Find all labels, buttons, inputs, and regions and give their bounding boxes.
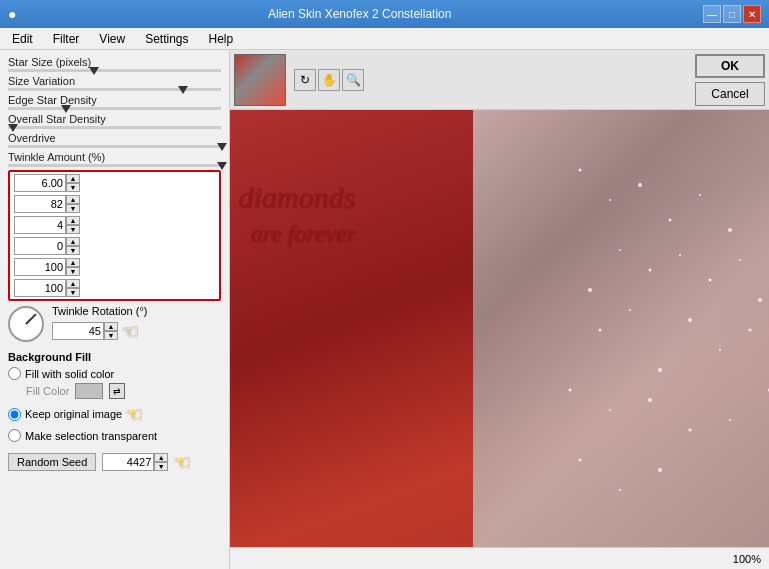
forever-text: are forever: [250, 220, 356, 247]
menu-edit[interactable]: Edit: [4, 30, 41, 48]
edge-star-density-field[interactable]: [14, 216, 66, 234]
overall-star-density-field[interactable]: [14, 237, 66, 255]
menu-filter[interactable]: Filter: [45, 30, 88, 48]
random-seed-field[interactable]: [102, 453, 154, 471]
make-transparent-row: Make selection transparent: [8, 429, 221, 442]
overall-star-density-down[interactable]: ▼: [66, 246, 80, 255]
twinkle-amount-field[interactable]: [14, 279, 66, 297]
size-variation-label: Size Variation: [8, 75, 221, 87]
dial-line: [25, 313, 36, 324]
thumbnail-image: [235, 55, 285, 105]
edge-star-density-down[interactable]: ▼: [66, 225, 80, 234]
twinkle-amount-down[interactable]: ▼: [66, 288, 80, 297]
fill-color-swatch[interactable]: [75, 383, 103, 399]
star-size-input-row: ▲ ▼: [14, 174, 215, 192]
inputs-group: ▲ ▼ ▲ ▼: [8, 170, 221, 301]
overdrive-field[interactable]: [14, 258, 66, 276]
keep-original-radio[interactable]: [8, 408, 21, 421]
params-section: Star Size (pixels) Size Variation Edge S…: [8, 56, 221, 301]
zoom-tool-icon[interactable]: 🔍: [342, 69, 364, 91]
twinkle-amount-slider[interactable]: [8, 164, 221, 167]
right-panel: ↻ ✋ 🔍 OK Cancel: [230, 50, 769, 569]
star-size-up[interactable]: ▲: [66, 174, 80, 183]
preview-area[interactable]: diamonds are forever: [230, 110, 769, 547]
refresh-tool-icon[interactable]: ↻: [294, 69, 316, 91]
size-variation-field[interactable]: [14, 195, 66, 213]
star-size-label: Star Size (pixels): [8, 56, 221, 68]
twinkle-amount-up[interactable]: ▲: [66, 279, 80, 288]
random-seed-arrow-icon: ☞: [174, 450, 192, 474]
color-swap-button[interactable]: ⇄: [109, 383, 125, 399]
overdrive-spinbox[interactable]: ▲ ▼: [14, 258, 80, 276]
app-icon: ●: [8, 6, 16, 22]
menu-settings[interactable]: Settings: [137, 30, 196, 48]
size-variation-row: Size Variation: [8, 75, 221, 91]
twinkle-amount-label: Twinkle Amount (%): [8, 151, 221, 163]
twinkle-amount-spinbox[interactable]: ▲ ▼: [14, 279, 80, 297]
overdrive-label: Overdrive: [8, 132, 221, 144]
fill-solid-label[interactable]: Fill with solid color: [25, 368, 114, 380]
menu-view[interactable]: View: [91, 30, 133, 48]
star-size-down[interactable]: ▼: [66, 183, 80, 192]
overall-star-density-up[interactable]: ▲: [66, 237, 80, 246]
twinkle-rotation-dial[interactable]: [8, 306, 44, 342]
edge-star-density-up[interactable]: ▲: [66, 216, 80, 225]
cancel-button[interactable]: Cancel: [695, 82, 765, 106]
overall-star-density-input-row: ▲ ▼: [14, 237, 215, 255]
overdrive-input-row: ▲ ▼: [14, 258, 215, 276]
preview-top-bar: ↻ ✋ 🔍 OK Cancel: [230, 50, 769, 110]
random-seed-down[interactable]: ▼: [154, 462, 168, 471]
background-fill-section: Background Fill Fill with solid color Fi…: [8, 351, 221, 442]
star-size-slider[interactable]: [8, 69, 221, 72]
minimize-button[interactable]: —: [703, 5, 721, 23]
twinkle-amount-input-row: ▲ ▼: [14, 279, 215, 297]
menu-help[interactable]: Help: [201, 30, 242, 48]
random-seed-up[interactable]: ▲: [154, 453, 168, 462]
background-fill-label: Background Fill: [8, 351, 221, 363]
size-variation-down[interactable]: ▼: [66, 204, 80, 213]
size-variation-slider[interactable]: [8, 88, 221, 91]
keep-original-arrow-icon: ☞: [126, 402, 144, 426]
ok-button[interactable]: OK: [695, 54, 765, 78]
overdrive-slider[interactable]: [8, 145, 221, 148]
random-seed-spinbox[interactable]: ▲ ▼: [102, 453, 168, 471]
left-panel: Star Size (pixels) Size Variation Edge S…: [0, 50, 230, 569]
edge-star-density-row: Edge Star Density: [8, 94, 221, 110]
twinkle-rotation-up[interactable]: ▲: [104, 322, 118, 331]
main-content: Star Size (pixels) Size Variation Edge S…: [0, 50, 769, 569]
edge-star-density-slider[interactable]: [8, 107, 221, 110]
overall-star-density-slider[interactable]: [8, 126, 221, 129]
size-variation-up[interactable]: ▲: [66, 195, 80, 204]
size-variation-input-row: ▲ ▼: [14, 195, 215, 213]
size-variation-spinbox[interactable]: ▲ ▼: [14, 195, 80, 213]
twinkle-rotation-arrow-icon: ☞: [122, 319, 140, 343]
close-button[interactable]: ✕: [743, 5, 761, 23]
overdrive-up[interactable]: ▲: [66, 258, 80, 267]
twinkle-rotation-field[interactable]: [52, 322, 104, 340]
twinkle-rotation-spinbox[interactable]: ▲ ▼: [52, 322, 118, 340]
zoom-level: 100%: [733, 553, 761, 565]
maximize-button[interactable]: □: [723, 5, 741, 23]
keep-original-row: Keep original image ☞: [8, 402, 221, 426]
fill-solid-radio[interactable]: [8, 367, 21, 380]
random-seed-row: Random Seed ▲ ▼ ☞: [8, 450, 221, 474]
twinkle-rotation-down[interactable]: ▼: [104, 331, 118, 340]
window-title: Alien Skin Xenofex 2 Constellation: [16, 7, 703, 21]
random-seed-button[interactable]: Random Seed: [8, 453, 96, 471]
star-size-field[interactable]: [14, 174, 66, 192]
twinkle-rotation-group: Twinkle Rotation (°) ▲ ▼ ☞: [52, 305, 148, 343]
jewelry-area: [473, 110, 769, 547]
keep-original-label[interactable]: Keep original image: [25, 408, 122, 420]
hand-tool-icon[interactable]: ✋: [318, 69, 340, 91]
diamonds-text: diamonds: [238, 180, 355, 214]
make-transparent-label[interactable]: Make selection transparent: [25, 430, 157, 442]
edge-star-density-spinbox[interactable]: ▲ ▼: [14, 216, 80, 234]
make-transparent-radio[interactable]: [8, 429, 21, 442]
edge-star-density-input-row: ▲ ▼: [14, 216, 215, 234]
title-bar: ● Alien Skin Xenofex 2 Constellation — □…: [0, 0, 769, 28]
fill-color-label: Fill Color: [26, 385, 69, 397]
fill-solid-row: Fill with solid color: [8, 367, 221, 380]
star-size-spinbox[interactable]: ▲ ▼: [14, 174, 80, 192]
overdrive-down[interactable]: ▼: [66, 267, 80, 276]
overall-star-density-spinbox[interactable]: ▲ ▼: [14, 237, 80, 255]
